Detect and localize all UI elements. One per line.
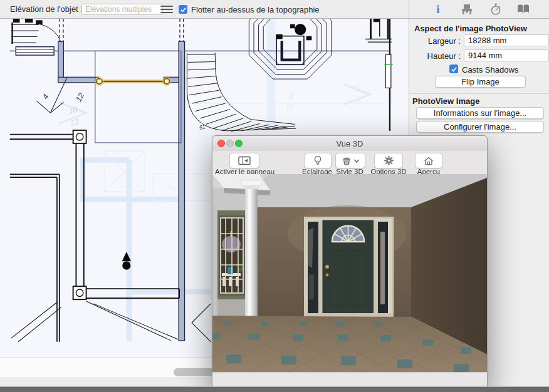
casts-shadows-label: Casts Shadows: [462, 65, 518, 75]
aspect-section-title: Aspect de l'image PhotoView: [414, 24, 527, 33]
elevation-label: Elévation de l'objet :: [10, 4, 83, 14]
edit-handle[interactable]: [164, 79, 170, 85]
exterior-window: [219, 215, 245, 296]
elevation-input[interactable]: [81, 4, 163, 15]
window-bottom-edge: [0, 386, 549, 392]
paint-bucket-icon: [342, 156, 352, 166]
stopwatch-icon[interactable]: [488, 3, 504, 16]
panel-toggle-icon: [238, 156, 251, 165]
plan-stair-dim: 51: [199, 123, 206, 131]
zoom-button[interactable]: [235, 140, 243, 147]
plan-window-symbol[interactable]: [16, 47, 54, 55]
flip-image-button[interactable]: Flip Image: [435, 76, 526, 88]
sidebar-divider: [409, 93, 549, 94]
width-label: Largeur :: [422, 36, 461, 46]
chevron-down-icon: [353, 158, 360, 163]
render-scene: [212, 174, 487, 372]
minimize-button[interactable]: [226, 140, 234, 147]
furniture-icon[interactable]: [459, 3, 475, 16]
height-label: Hauteur :: [422, 51, 461, 61]
front-door: [304, 217, 394, 317]
close-button[interactable]: [217, 140, 225, 147]
toolbar-divider: [409, 0, 409, 18]
activate-panel-button[interactable]: [229, 153, 259, 168]
elevation-menu-icon[interactable]: [160, 6, 173, 13]
plan-dim-12c: 12: [352, 85, 361, 93]
style-3d-button[interactable]: [335, 153, 365, 168]
configure-image-button[interactable]: Configurer l'image...: [416, 121, 544, 133]
lighting-button[interactable]: [304, 153, 332, 168]
photoview-section-title: PhotoView Image: [412, 96, 479, 106]
checkmark-icon: [451, 66, 457, 73]
app-toolbar: Elévation de l'objet : Flotter au-dessus…: [0, 0, 549, 19]
options-3d-button[interactable]: [374, 153, 403, 168]
casts-shadows-checkbox[interactable]: [449, 64, 458, 73]
lightbulb-icon: [313, 155, 323, 166]
vue3d-titlebar[interactable]: Vue 3D: [212, 136, 487, 152]
float-topography-checkbox[interactable]: [179, 5, 187, 14]
vue3d-window-title: Vue 3D: [337, 139, 363, 148]
gear-icon: [384, 155, 394, 166]
library-icon[interactable]: [515, 3, 531, 16]
house-icon: [423, 156, 434, 166]
checkmark-icon: [180, 6, 187, 13]
edit-handle[interactable]: [97, 79, 102, 85]
height-input[interactable]: [464, 49, 549, 61]
float-topography-label: Flotter au-dessus de la topographie: [191, 5, 320, 14]
plan-dim-6: 6: [289, 92, 293, 101]
plan-dim-9: 9: [356, 95, 360, 104]
app-window: Elévation de l'objet : Flotter au-dessus…: [0, 0, 549, 392]
info-icon[interactable]: i: [430, 3, 446, 16]
vue3d-window[interactable]: Vue 3D Activer le panneau: [212, 135, 488, 388]
preview-button[interactable]: [415, 153, 442, 168]
vue3d-viewport[interactable]: [212, 174, 487, 372]
vue3d-toolbar: Activer le panneau Eclairage: [212, 151, 487, 175]
width-input[interactable]: [464, 34, 549, 46]
image-info-button[interactable]: Informations sur l'image...: [416, 107, 544, 119]
plan-dim-12b: 12: [285, 103, 294, 112]
door-knob: [325, 265, 329, 269]
